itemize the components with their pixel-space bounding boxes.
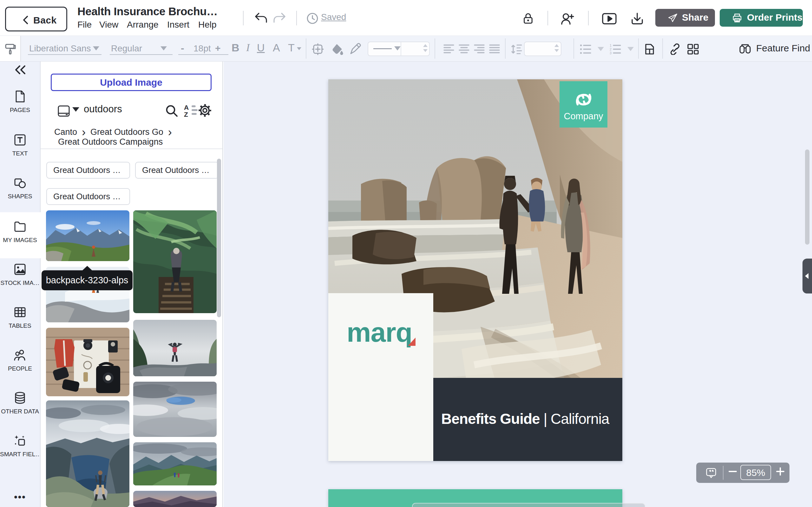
svg-text:A: A <box>184 104 189 111</box>
svg-text:3: 3 <box>610 51 612 55</box>
svg-text:Z: Z <box>184 111 188 118</box>
svg-text:2: 2 <box>610 47 612 51</box>
svg-text:1: 1 <box>610 44 612 47</box>
